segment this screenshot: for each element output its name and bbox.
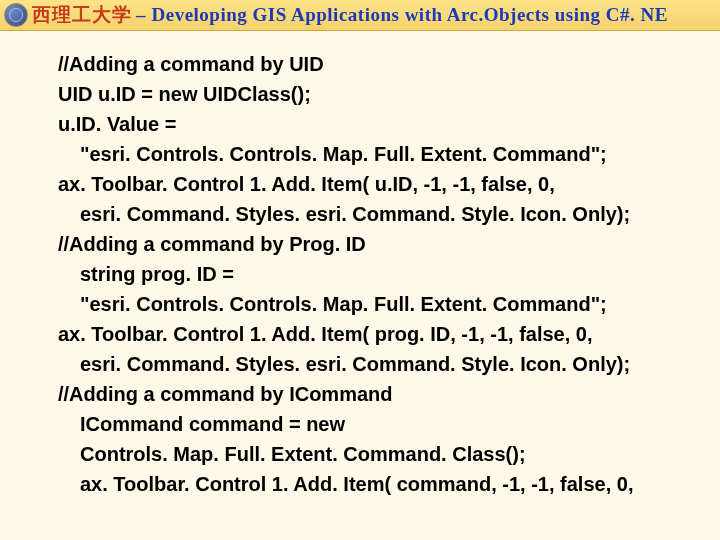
- code-line: ICommand command = new: [58, 409, 680, 439]
- code-line: UID u.ID = new UIDClass();: [58, 79, 680, 109]
- code-line: esri. Command. Styles. esri. Command. St…: [58, 349, 680, 379]
- slide-content: //Adding a command by UIDUID u.ID = new …: [0, 31, 720, 499]
- code-line: ax. Toolbar. Control 1. Add. Item( u.ID,…: [58, 169, 680, 199]
- code-line: esri. Command. Styles. esri. Command. St…: [58, 199, 680, 229]
- code-line: //Adding a command by UID: [58, 49, 680, 79]
- code-line: "esri. Controls. Controls. Map. Full. Ex…: [58, 289, 680, 319]
- slide-header: 西理工大学 – Developing GIS Applications with…: [0, 0, 720, 31]
- code-line: Controls. Map. Full. Extent. Command. Cl…: [58, 439, 680, 469]
- code-line: //Adding a command by Prog. ID: [58, 229, 680, 259]
- code-line: //Adding a command by ICommand: [58, 379, 680, 409]
- code-line: ax. Toolbar. Control 1. Add. Item( prog.…: [58, 319, 680, 349]
- code-line: string prog. ID =: [58, 259, 680, 289]
- code-line: "esri. Controls. Controls. Map. Full. Ex…: [58, 139, 680, 169]
- header-separator: –: [136, 4, 146, 26]
- header-subtitle: Developing GIS Applications with Arc.Obj…: [152, 4, 668, 26]
- university-logo-icon: [4, 3, 28, 27]
- university-name: 西理工大学: [32, 2, 132, 28]
- code-line: ax. Toolbar. Control 1. Add. Item( comma…: [58, 469, 680, 499]
- slide: 西理工大学 – Developing GIS Applications with…: [0, 0, 720, 540]
- code-line: u.ID. Value =: [58, 109, 680, 139]
